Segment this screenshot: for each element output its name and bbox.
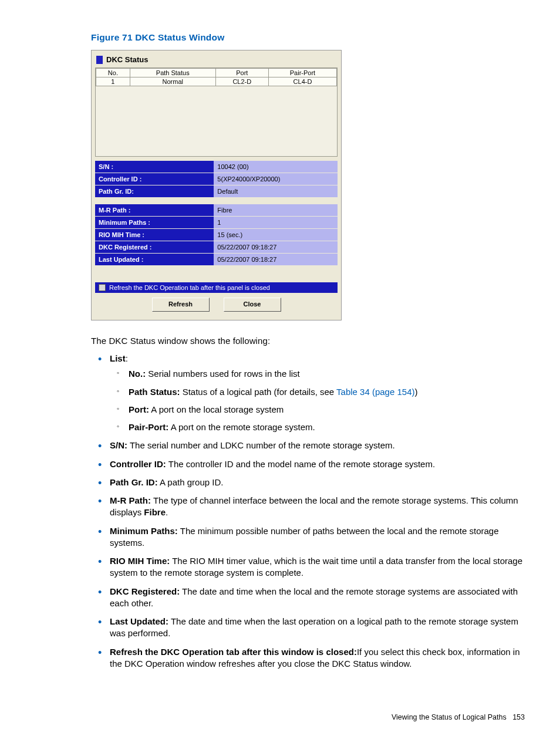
- list-item: Path Status: Status of a logical path (f…: [110, 386, 525, 398]
- label-rio-mih: RIO MIH Time :: [95, 229, 214, 241]
- refresh-checkbox[interactable]: [99, 284, 106, 291]
- list-item: Minimum Paths: The minimum possible numb…: [91, 525, 525, 549]
- list-item: Port: A port on the local storage system: [110, 404, 525, 416]
- list-item: Refresh the DKC Operation tab after this…: [91, 646, 525, 670]
- value-mr-path: Fibre: [214, 204, 338, 216]
- label-path-gr-id: Path Gr. ID:: [95, 185, 214, 197]
- cell-pair: CL4-D: [268, 77, 336, 86]
- list-item: DKC Registered: The date and time when t…: [91, 586, 525, 610]
- col-port: Port: [215, 69, 268, 77]
- label-mr-path: M-R Path :: [95, 204, 214, 216]
- list-item: Pair-Port: A port on the remote storage …: [110, 421, 525, 433]
- label-sn: S/N :: [95, 161, 214, 173]
- value-path-gr-id: Default: [214, 185, 338, 197]
- list-item: List: No.: Serial numbers used for rows …: [91, 353, 525, 433]
- refresh-checkbox-label: Refresh the DKC Operation tab after this…: [109, 284, 270, 291]
- link-table-34[interactable]: Table 34 (page 154): [336, 387, 414, 397]
- col-path-status: Path Status: [130, 69, 215, 77]
- refresh-checkbox-row[interactable]: Refresh the DKC Operation tab after this…: [95, 282, 338, 293]
- list-item: Path Gr. ID: A path group ID.: [91, 477, 525, 488]
- window-title-bar: DKC Status: [95, 54, 338, 67]
- close-button[interactable]: Close: [224, 298, 281, 312]
- footer-section: Viewing the Status of Logical Paths: [392, 713, 507, 721]
- col-pair-port: Pair-Port: [268, 69, 336, 77]
- list-item: S/N: The serial number and LDKC number o…: [91, 440, 525, 451]
- value-sn: 10042 (00): [214, 161, 338, 173]
- label-controller-id: Controller ID :: [95, 173, 214, 185]
- value-controller-id: 5(XP24000/XP20000): [214, 173, 338, 185]
- info-block-1: S/N :10042 (00) Controller ID :5(XP24000…: [95, 160, 338, 266]
- list-item: M-R Path: The type of channel interface …: [91, 495, 525, 519]
- label-min-paths: Minimum Paths :: [95, 217, 214, 228]
- page-footer: Viewing the Status of Logical Paths 153: [392, 713, 525, 721]
- table-row[interactable]: 1 Normal CL2-D CL4-D: [96, 77, 337, 86]
- path-list: No. Path Status Port Pair-Port 1 Normal …: [95, 67, 338, 157]
- list-item: RIO MIH Time: The RIO MIH timer value, w…: [91, 555, 525, 579]
- value-rio-mih: 15 (sec.): [214, 229, 338, 241]
- page-number: 153: [512, 713, 525, 721]
- intro-paragraph: The DKC Status window shows the followin…: [91, 336, 525, 346]
- dkc-status-window: DKC Status No. Path Status Port Pair-Por…: [91, 50, 342, 320]
- col-no: No.: [96, 69, 130, 77]
- cell-status: Normal: [130, 77, 215, 86]
- value-dkc-registered: 05/22/2007 09:18:27: [214, 241, 338, 253]
- window-icon: [96, 56, 103, 64]
- label: List: [110, 353, 126, 363]
- sub-list: No.: Serial numbers used for rows in the…: [110, 368, 525, 433]
- figure-title: Figure 71 DKC Status Window: [91, 32, 525, 43]
- refresh-button[interactable]: Refresh: [152, 298, 210, 312]
- value-min-paths: 1: [214, 217, 338, 228]
- cell-no: 1: [96, 77, 130, 86]
- label-last-updated: Last Updated :: [95, 254, 214, 265]
- description-list: List: No.: Serial numbers used for rows …: [91, 353, 525, 670]
- list-item: No.: Serial numbers used for rows in the…: [110, 368, 525, 380]
- label-dkc-registered: DKC Registered :: [95, 241, 214, 253]
- list-item: Controller ID: The controller ID and the…: [91, 458, 525, 470]
- value-last-updated: 05/22/2007 09:18:27: [214, 254, 338, 265]
- list-item: Last Updated: The date and time when the…: [91, 616, 525, 640]
- path-table: No. Path Status Port Pair-Port 1 Normal …: [96, 68, 337, 86]
- cell-port: CL2-D: [215, 77, 268, 86]
- window-title: DKC Status: [106, 55, 149, 64]
